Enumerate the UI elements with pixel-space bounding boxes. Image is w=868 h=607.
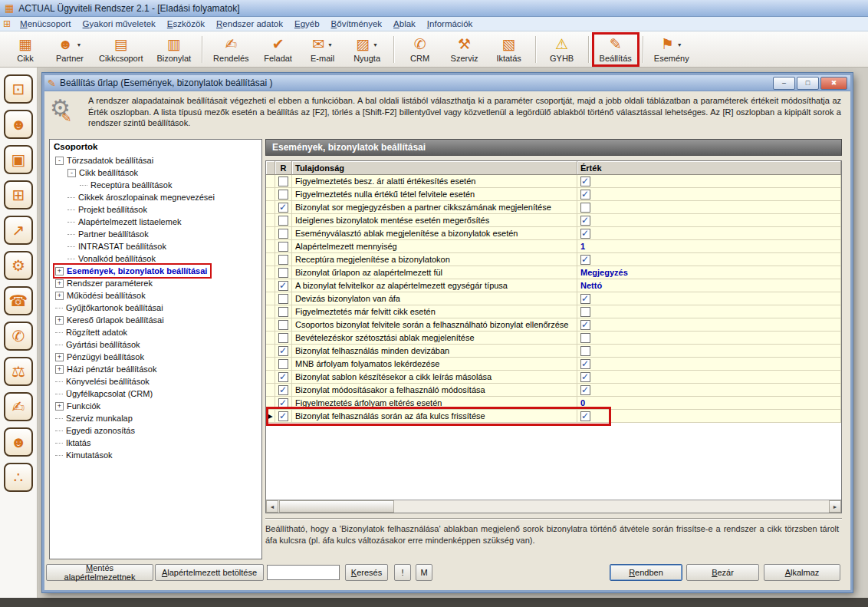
system-flag-cell[interactable] <box>275 253 292 266</box>
system-flag-cell[interactable] <box>275 345 292 358</box>
worker-icon[interactable]: ✍ <box>4 392 33 421</box>
cancel-button[interactable]: Bezár <box>686 564 759 581</box>
gears-icon[interactable]: ⚙ <box>4 251 33 280</box>
system-checkbox[interactable] <box>278 255 288 265</box>
value-cell[interactable] <box>577 371 841 384</box>
value-cell[interactable]: 1 <box>577 240 841 253</box>
system-checkbox[interactable] <box>278 385 288 395</box>
toolbar-receipt-button[interactable]: ▨▼Nyugta <box>345 33 390 66</box>
tree-item[interactable]: Receptúra beállítások <box>79 179 175 191</box>
value-checkbox[interactable] <box>580 346 590 356</box>
menu-item[interactable]: Információk <box>422 18 478 30</box>
table-row[interactable]: Eseményválasztó ablak megjelenítése a bi… <box>266 227 841 240</box>
system-checkbox[interactable] <box>278 398 288 408</box>
system-flag-cell[interactable] <box>275 410 292 423</box>
dropdown-caret-icon[interactable]: ▼ <box>327 42 333 48</box>
load-default-button[interactable]: Alapértelmezett betöltése <box>155 564 264 581</box>
table-row[interactable]: Figyelmeztetés nulla értékű tétel felvit… <box>266 188 841 201</box>
tree-item[interactable]: INTRASTAT beállítások <box>67 240 169 252</box>
tree-item[interactable]: +Rendszer paraméterek <box>54 277 156 289</box>
search-button[interactable]: Keresés <box>345 564 388 581</box>
value-checkbox[interactable] <box>580 320 590 330</box>
table-row[interactable]: Ideiglenes bizonylatok mentése esetén me… <box>266 214 841 227</box>
system-checkbox[interactable] <box>278 359 288 369</box>
cart-icon[interactable]: ▣ <box>4 145 33 174</box>
system-checkbox[interactable] <box>278 176 288 186</box>
value-cell[interactable] <box>577 384 841 397</box>
value-checkbox[interactable] <box>580 203 590 213</box>
quick-search-input[interactable] <box>267 565 340 580</box>
m-button[interactable]: M <box>416 564 432 581</box>
tree-item[interactable]: Projekt beállítások <box>67 203 150 216</box>
table-row[interactable]: Bizonylat űrlapon az alapértelmezett fül… <box>266 266 841 279</box>
menu-item[interactable]: Rendszer adatok <box>211 18 288 30</box>
system-flag-cell[interactable] <box>275 227 292 240</box>
value-cell[interactable] <box>577 227 841 240</box>
system-flag-cell[interactable] <box>275 305 292 318</box>
tree-item[interactable]: +Események, bizonylatok beállításai <box>54 265 210 277</box>
orgchart-icon[interactable]: ∴ <box>4 463 33 492</box>
ok-button[interactable]: Rendben <box>610 564 682 581</box>
system-checkbox[interactable] <box>278 242 288 252</box>
system-checkbox[interactable] <box>278 333 288 343</box>
table-row[interactable]: Figyelmeztetés már felvitt cikk esetén <box>266 305 841 318</box>
value-cell[interactable] <box>577 214 841 227</box>
tree-item[interactable]: Egyedi azonosítás <box>54 424 138 437</box>
table-row[interactable]: Bizonylat sablon készítésekor a cikk leí… <box>266 371 841 384</box>
tree-item[interactable]: Ügyfélkapcsolat (CRM) <box>54 388 156 400</box>
tree-item[interactable]: Kimutatások <box>54 449 116 461</box>
tree-expand-icon[interactable]: + <box>55 292 64 300</box>
system-flag-cell[interactable] <box>275 175 292 188</box>
system-flag-cell[interactable] <box>275 371 292 384</box>
menu-grid-icon[interactable]: ⊞ <box>3 18 11 29</box>
table-row[interactable]: MNB árfolyam folyamatos lekérdezése <box>266 358 841 371</box>
value-cell[interactable] <box>577 175 841 188</box>
table-row[interactable]: Receptúra megjelenítése a bizonylatokon <box>266 253 841 266</box>
tree-item[interactable]: +Kereső űrlapok beállításai <box>54 314 167 326</box>
toolbar-item-button[interactable]: ▦Cikk <box>3 33 48 66</box>
menu-item[interactable]: Egyéb <box>289 18 325 30</box>
dropdown-caret-icon[interactable]: ▼ <box>77 42 82 48</box>
value-checkbox[interactable] <box>580 294 590 304</box>
menu-item[interactable]: Gyakori műveletek <box>77 18 161 30</box>
finance-icon[interactable]: ⚖ <box>4 357 33 386</box>
value-cell[interactable]: Megjegyzés <box>577 266 841 279</box>
tree-expand-icon[interactable]: + <box>55 316 64 325</box>
value-checkbox[interactable] <box>580 385 590 395</box>
modules-icon[interactable]: ⊞ <box>4 180 33 209</box>
table-row[interactable]: Bevételezéskor szétosztási ablak megjele… <box>266 332 841 345</box>
value-checkbox[interactable] <box>580 411 590 421</box>
tree-expand-icon[interactable]: - <box>67 169 76 177</box>
tree-item[interactable]: +Működési beállítások <box>54 289 149 302</box>
tree-item[interactable]: Partner beállítások <box>67 228 152 240</box>
system-flag-cell[interactable] <box>275 397 292 410</box>
value-cell[interactable] <box>577 292 841 305</box>
horizontal-scrollbar[interactable]: ◄ ► <box>266 500 841 513</box>
system-checkbox[interactable] <box>278 320 288 330</box>
value-checkbox[interactable] <box>580 176 590 186</box>
tree-expand-icon[interactable]: + <box>55 267 64 275</box>
tree-item[interactable]: Cikkek ároszlopainak megnevezései <box>67 191 218 203</box>
system-checkbox[interactable] <box>278 203 288 213</box>
tree-item[interactable]: Iktatás <box>54 437 94 449</box>
save-as-default-button[interactable]: Mentés alapértelmezettnek <box>46 564 153 581</box>
user-icon[interactable]: ☻ <box>4 427 33 457</box>
customer-icon[interactable]: ☻ <box>4 110 33 139</box>
tree-item[interactable]: Gyűjtőkartonok beállításai <box>54 302 166 314</box>
toolbar-crm-button[interactable]: ✆CRM <box>398 33 442 66</box>
value-cell[interactable] <box>577 358 841 371</box>
system-checkbox[interactable] <box>278 346 288 356</box>
value-cell[interactable] <box>577 253 841 266</box>
system-checkbox[interactable] <box>278 190 288 200</box>
system-checkbox[interactable] <box>278 281 288 291</box>
value-cell[interactable]: Nettó <box>577 279 841 292</box>
phone-icon[interactable]: ☎ <box>4 286 33 315</box>
table-row[interactable]: A bizonylat felvitelkor az alapértelmeze… <box>266 279 841 292</box>
system-flag-cell[interactable] <box>275 384 292 397</box>
value-checkbox[interactable] <box>580 216 590 226</box>
tree-expand-icon[interactable]: + <box>55 402 64 411</box>
table-row[interactable]: Bizonylat sor megjegyzésben a partner ci… <box>266 201 841 214</box>
value-checkbox[interactable] <box>580 372 590 382</box>
tree-item[interactable]: +Funkciók <box>54 400 104 412</box>
value-checkbox[interactable] <box>580 307 590 317</box>
